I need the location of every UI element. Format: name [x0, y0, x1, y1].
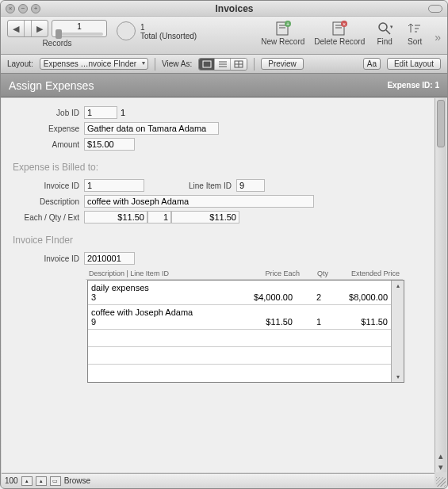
job-id-extra: 1: [117, 108, 125, 117]
line-item-id-label: Line Item ID: [189, 181, 236, 190]
scroll-up-icon[interactable]: ▴: [435, 450, 446, 461]
traffic-lights: × − +: [6, 4, 40, 13]
format-button[interactable]: Aa: [363, 58, 381, 70]
records-label: Records: [42, 39, 71, 48]
view-as-label: View As:: [162, 59, 192, 68]
table-row[interactable]: [88, 347, 391, 365]
find-button[interactable]: ▾ Find: [374, 20, 395, 46]
svg-line-11: [386, 30, 390, 34]
layout-select[interactable]: Expenses …nvoice FInder: [40, 58, 148, 70]
toolbar: ◀ ▶ 1 Records 1 Total (Unsorted) +: [1, 17, 447, 55]
scroll-down-icon[interactable]: ▾: [435, 461, 446, 472]
job-id-label: Job ID: [13, 109, 84, 117]
record-index: 1: [77, 22, 82, 31]
prev-record-icon[interactable]: ◀: [8, 21, 24, 36]
next-record-icon[interactable]: ▶: [32, 21, 48, 36]
view-as-segmented[interactable]: [198, 58, 247, 71]
finder-section-title: Invoice FInder: [13, 235, 423, 246]
amount-label: Amount: [13, 140, 84, 149]
col-description: Description | Line Item ID: [89, 269, 247, 277]
svg-text:×: ×: [343, 21, 346, 27]
window-title: Invoices: [40, 3, 428, 14]
layout-label: Layout:: [7, 59, 33, 68]
zoom-icon[interactable]: +: [31, 4, 40, 13]
description-label: Description: [13, 197, 84, 206]
each-qty-ext-label: Each / Qty / Ext: [13, 213, 84, 222]
svg-rect-16: [203, 61, 211, 67]
record-status: Total (Unsorted): [140, 32, 197, 40]
record-nav-divider: [24, 21, 32, 36]
scrollbar-thumb[interactable]: [437, 100, 445, 147]
view-list-icon[interactable]: [215, 59, 231, 70]
view-form-icon[interactable]: [199, 59, 215, 70]
toolbar-toggle-pill[interactable]: [428, 5, 442, 13]
find-icon: ▾: [374, 20, 395, 37]
mode-label: Browse: [64, 476, 90, 485]
col-ext: Extended Price: [328, 269, 400, 277]
page-title: Assign Expenses: [9, 79, 94, 92]
table-row[interactable]: coffee with Joseph Adama 9 $11.50 1 $11.…: [88, 305, 391, 330]
finder-invoice-id-field[interactable]: [84, 252, 135, 265]
finder-table-header: Description | Line Item ID Price Each Qt…: [86, 268, 403, 280]
svg-text:▾: ▾: [390, 24, 392, 29]
portal-scrollbar[interactable]: ▴ ▾: [391, 281, 404, 382]
toolbar-overflow-icon[interactable]: »: [435, 31, 441, 44]
record-nav[interactable]: ◀ ▶: [7, 20, 48, 37]
app-window: × − + Invoices ◀ ▶ 1 Records: [0, 0, 448, 489]
preview-button[interactable]: Preview: [261, 58, 304, 70]
close-icon[interactable]: ×: [6, 4, 15, 13]
line-item-id-field[interactable]: [236, 179, 265, 192]
delete-record-button[interactable]: × Delete Record: [314, 20, 365, 46]
status-toggle-icon[interactable]: ▭: [50, 476, 61, 486]
record-count: 1: [140, 23, 197, 32]
zoom-out-icon[interactable]: ▴: [21, 476, 33, 486]
svg-point-10: [379, 23, 387, 31]
scroll-down-icon[interactable]: ▾: [392, 372, 404, 382]
svg-text:+: +: [286, 21, 289, 27]
delete-record-icon: ×: [329, 20, 350, 37]
scroll-up-icon[interactable]: ▴: [392, 281, 404, 291]
each-field[interactable]: [84, 211, 147, 223]
table-row[interactable]: [88, 330, 391, 347]
status-bar: 100 ▴ ▴ ▭ Browse: [2, 473, 435, 487]
col-price: Price Each: [247, 269, 300, 277]
record-nav-group: ◀ ▶ 1 Records: [7, 20, 107, 48]
ext-field[interactable]: [171, 211, 239, 223]
layout-header: Assign Expenses Expense ID: 1: [1, 74, 447, 97]
finder-portal: daily expenses 3 $4,000.00 2 $8,000.00 c…: [87, 280, 404, 383]
table-row[interactable]: daily expenses 3 $4,000.00 2 $8,000.00: [88, 281, 391, 305]
billed-section-title: Expense is Billed to:: [13, 162, 423, 173]
edit-layout-button[interactable]: Edit Layout: [387, 58, 441, 70]
layout-bar: Layout: Expenses …nvoice FInder View As:…: [1, 55, 447, 74]
sort-button[interactable]: Sort: [404, 20, 425, 46]
col-qty: Qty: [300, 269, 328, 277]
qty-field[interactable]: [147, 211, 171, 223]
finder-invoice-id-label: Invoice ID: [13, 254, 84, 263]
job-id-field[interactable]: [84, 106, 117, 119]
body: Job ID 1 Expense Amount Expense is Bille…: [2, 98, 435, 472]
record-slider[interactable]: 1: [52, 20, 107, 37]
record-count-block: 1 Total (Unsorted): [140, 21, 197, 40]
sort-icon: [404, 20, 425, 37]
zoom-in-icon[interactable]: ▴: [36, 476, 47, 486]
expense-id-display: Expense ID: 1: [387, 81, 439, 90]
window-scrollbar[interactable]: ▴ ▾: [435, 98, 446, 472]
description-field[interactable]: [84, 195, 314, 208]
billed-invoice-id-field[interactable]: [84, 179, 144, 192]
view-table-icon[interactable]: [231, 59, 247, 70]
expense-field[interactable]: [84, 122, 219, 135]
minimize-icon[interactable]: −: [18, 4, 28, 13]
new-record-button[interactable]: + New Record: [261, 20, 304, 46]
amount-field[interactable]: [84, 138, 135, 151]
titlebar: × − + Invoices: [1, 1, 447, 17]
zoom-level[interactable]: 100: [5, 476, 18, 485]
found-set-pie-icon[interactable]: [117, 21, 136, 40]
expense-label: Expense: [13, 124, 84, 133]
resize-grip[interactable]: [436, 477, 446, 487]
table-row[interactable]: [88, 365, 391, 382]
billed-invoice-id-label: Invoice ID: [13, 181, 84, 190]
new-record-icon: +: [273, 20, 293, 37]
